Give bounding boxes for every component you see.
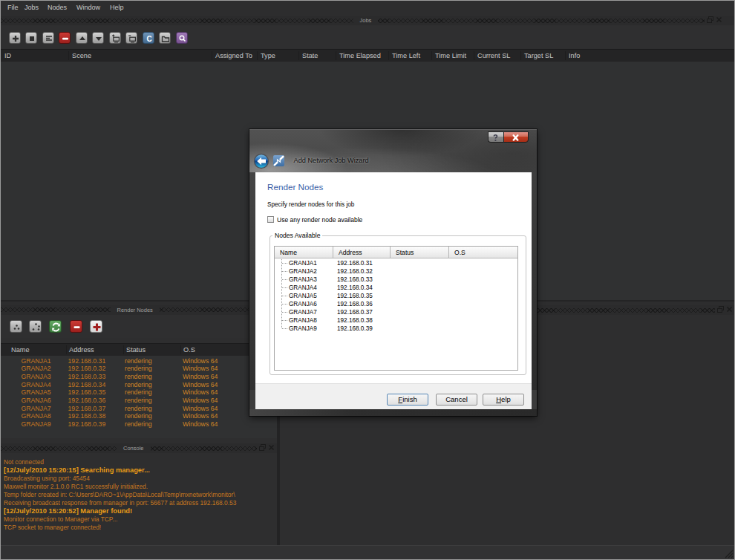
svg-text:C: C — [146, 35, 151, 43]
